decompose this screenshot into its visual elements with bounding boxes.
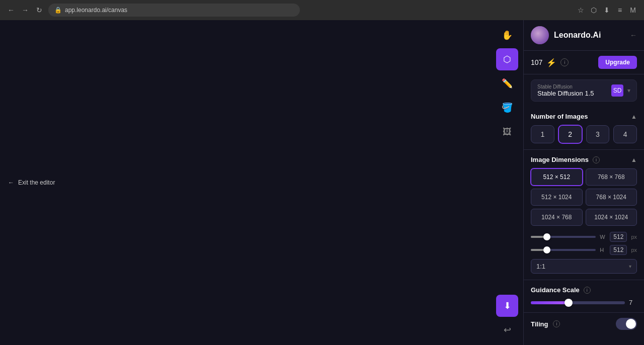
num-images-3-button[interactable]: 3 [586, 125, 610, 143]
aspect-chevron-icon: ▾ [629, 264, 631, 269]
model-name: Stable Diffusion 1.5 [537, 90, 607, 97]
fill-icon: 🪣 [502, 102, 513, 113]
dim-512x512-button[interactable]: 512 × 512 [531, 168, 583, 186]
fill-tool-button[interactable]: 🪣 [496, 97, 518, 119]
num-images-collapse-icon[interactable]: ▲ [631, 113, 637, 120]
undo-button[interactable]: ↩ [496, 319, 518, 341]
dimensions-grid: 512 × 512 768 × 768 512 × 1024 768 × 102… [531, 168, 637, 226]
tiling-toggle[interactable] [616, 318, 637, 330]
dim-768x1024-button[interactable]: 768 × 1024 [586, 189, 637, 206]
num-images-1-button[interactable]: 1 [531, 125, 554, 143]
account-icon: M [628, 5, 638, 15]
tiling-row: Tiling i [524, 313, 644, 335]
image-dimensions-title: Image Dimensions [531, 156, 589, 163]
height-unit: px [631, 247, 637, 253]
dim-768x768-button[interactable]: 768 × 768 [586, 168, 637, 186]
avatar-image [531, 26, 549, 44]
hand-icon: ✋ [502, 30, 513, 41]
lock-icon: 🔒 [54, 7, 62, 14]
num-images-title: Number of Images [531, 113, 588, 120]
model-label: Stable Diffusion [537, 84, 607, 90]
upgrade-button[interactable]: Upgrade [598, 56, 637, 69]
guidance-slider-track[interactable] [531, 301, 625, 304]
image-dimensions-header: Image Dimensions i ▲ [531, 156, 637, 163]
tiling-label-row: Tiling i [531, 320, 560, 328]
avatar [531, 26, 549, 44]
tiling-label: Tiling [531, 320, 548, 328]
width-unit: px [631, 234, 637, 240]
guidance-scale-section: Guidance Scale i 7 [524, 280, 644, 313]
height-slider-row: H 512 px [531, 245, 637, 255]
height-slider-thumb[interactable] [543, 246, 550, 253]
download-tool-button[interactable]: ⬇ [496, 295, 518, 317]
tiling-info-icon[interactable]: i [553, 320, 560, 327]
aspect-ratio-dropdown[interactable]: 1:1 ▾ [531, 259, 637, 274]
guidance-info-icon[interactable]: i [584, 287, 591, 294]
num-images-section: Number of Images ▲ 1 2 3 4 [524, 107, 644, 150]
guidance-scale-header: Guidance Scale i [531, 286, 637, 294]
dim-1024x1024-button[interactable]: 1024 × 1024 [586, 209, 637, 226]
left-toolbar: ✋ ⬡ ✏️ 🪣 🖼 ⬇ ↩ [491, 20, 523, 345]
width-slider-row: W 512 px [531, 232, 637, 242]
width-value[interactable]: 512 [610, 232, 627, 242]
app-container: ← Exit the editor ✋ ⬡ ✏️ 🪣 🖼 ⬇ ↩ [0, 20, 644, 345]
extension-icon: ⬡ [589, 5, 599, 15]
token-row: 107 ⚡ i Upgrade [524, 51, 644, 74]
image-icon: 🖼 [503, 127, 512, 137]
dimensions-collapse-icon[interactable]: ▲ [631, 156, 637, 163]
star-icon: ☆ [576, 5, 586, 15]
model-icon: SD [611, 84, 623, 97]
num-images-header: Number of Images ▲ [531, 113, 637, 120]
width-slider-thumb[interactable] [543, 233, 550, 240]
panel-header: Leonardo.Ai ← [524, 20, 644, 51]
undo-icon: ↩ [504, 324, 511, 335]
reload-button[interactable]: ↻ [34, 5, 44, 15]
browser-icons: ☆ ⬡ ⬇ ≡ M [576, 5, 638, 15]
menu-icon: ≡ [615, 5, 625, 15]
num-images-2-button[interactable]: 2 [558, 125, 582, 143]
image-dimensions-section: Image Dimensions i ▲ 512 × 512 768 × 768… [524, 150, 644, 280]
width-slider-track[interactable] [531, 236, 596, 238]
brush-icon: ✏️ [502, 78, 513, 89]
dim-1024x768-button[interactable]: 1024 × 768 [531, 209, 583, 226]
height-label: H [600, 247, 606, 253]
token-count: 107 [531, 58, 542, 66]
height-slider-track[interactable] [531, 249, 596, 251]
select-tool-button[interactable]: ⬡ [496, 48, 518, 70]
guidance-value: 7 [629, 299, 637, 306]
panel-collapse-button[interactable]: ← [630, 31, 637, 39]
guidance-scale-title: Guidance Scale [531, 286, 580, 294]
model-selector[interactable]: Stable Diffusion Stable Diffusion 1.5 SD… [531, 79, 637, 102]
url-text: app.leonardo.ai/canvas [65, 7, 127, 14]
guidance-slider-fill [531, 301, 569, 304]
height-value[interactable]: 512 [610, 245, 627, 255]
address-bar[interactable]: 🔒 app.leonardo.ai/canvas [48, 4, 300, 17]
browser-chrome: ← → ↻ 🔒 app.leonardo.ai/canvas ☆ ⬡ ⬇ ≡ M [0, 0, 644, 20]
dimensions-info-icon[interactable]: i [593, 156, 600, 163]
image-tool-button[interactable]: 🖼 [496, 121, 518, 143]
num-images-grid: 1 2 3 4 [531, 125, 637, 143]
token-info-icon[interactable]: i [560, 58, 569, 66]
exit-label: Exit the editor [18, 179, 55, 186]
dim-512x1024-button[interactable]: 512 × 1024 [531, 189, 583, 206]
token-icon: ⚡ [546, 58, 556, 67]
guidance-slider-thumb[interactable] [565, 299, 573, 307]
download-icon: ⬇ [504, 300, 511, 311]
back-button[interactable]: ← [6, 5, 16, 15]
forward-button[interactable]: → [20, 5, 30, 15]
model-chevron-icon: ▾ [627, 87, 630, 94]
hand-tool-button[interactable]: ✋ [496, 24, 518, 46]
guidance-slider-row: 7 [531, 299, 637, 306]
download-icon: ⬇ [602, 5, 612, 15]
select-icon: ⬡ [503, 54, 511, 65]
brush-tool-button[interactable]: ✏️ [496, 72, 518, 95]
num-images-4-button[interactable]: 4 [613, 125, 637, 143]
back-arrow-icon: ← [8, 179, 14, 186]
tiling-toggle-knob [626, 319, 636, 329]
right-panel: Leonardo.Ai ← 107 ⚡ i Upgrade Stable Dif… [523, 20, 644, 345]
panel-title: Leonardo.Ai [554, 31, 625, 40]
model-info: Stable Diffusion Stable Diffusion 1.5 [537, 84, 607, 97]
aspect-ratio-value: 1:1 [536, 263, 545, 270]
exit-header[interactable]: ← Exit the editor [0, 20, 491, 345]
width-label: W [600, 234, 606, 240]
